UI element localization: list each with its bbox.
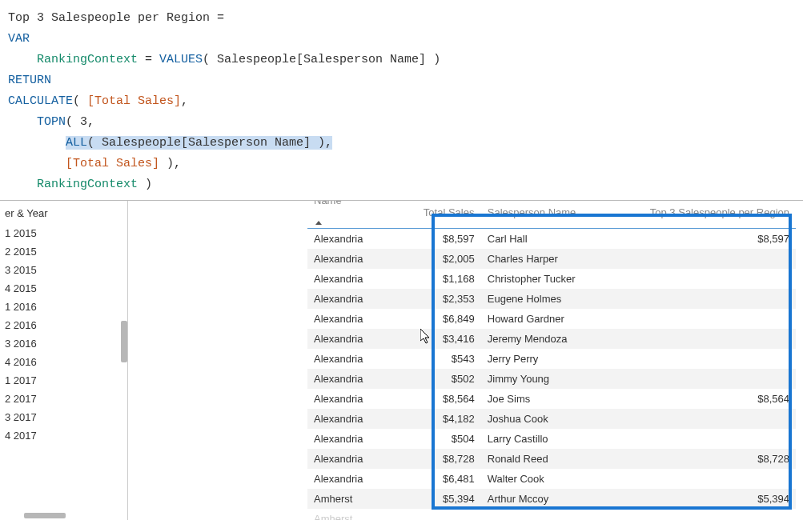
cell-top3	[644, 329, 796, 349]
paren-close: )	[138, 178, 152, 191]
cell-city: Alexandria	[307, 289, 417, 309]
header-total-sales-label: Total Sales	[424, 206, 475, 218]
table-row[interactable]: Alexandria$543Jerry Perry	[307, 349, 796, 369]
table-visual[interactable]: Name Total Sales Salesperson Name Top 3 …	[128, 201, 803, 520]
table-row[interactable]: Amherst$5,394Arthur Mccoy$5,394	[307, 489, 796, 509]
formula-line-4: RETURN	[8, 70, 795, 91]
table-row[interactable]: Alexandria$4,182Joshua Cook	[307, 409, 796, 429]
cell-top3	[644, 289, 796, 309]
cell-sales: $3,416	[417, 329, 481, 349]
formula-line-9: RankingContext )	[8, 174, 795, 195]
cell-top3	[644, 509, 796, 520]
table-row[interactable]: Alexandria$6,849Howard Gardner	[307, 309, 796, 329]
column-header-salesperson[interactable]: Salesperson Name	[481, 201, 644, 229]
cell-top3: $8,597	[644, 229, 796, 250]
cell-city: Alexandria	[307, 269, 417, 289]
table-row[interactable]: Alexandria$8,597Carl Hall$8,597	[307, 229, 796, 250]
slicer-item[interactable]: 3 2017	[5, 408, 122, 426]
cell-name: Carl Hall	[481, 229, 644, 250]
sort-ascending-icon	[315, 221, 322, 225]
header-name-label: Name	[314, 201, 342, 206]
function-all: ALL	[66, 136, 87, 150]
slicer-item[interactable]: 4 2016	[5, 353, 122, 371]
table-row[interactable]: Alexandria$2,353Eugene Holmes	[307, 289, 796, 309]
indent	[8, 115, 37, 129]
cell-sales: $5,394	[417, 489, 481, 509]
slicer-item[interactable]: 1 2017	[5, 371, 122, 390]
scrollbar-vertical-thumb[interactable]	[121, 321, 127, 362]
cell-top3	[644, 269, 796, 289]
cell-sales	[417, 509, 481, 520]
cell-top3	[644, 309, 796, 329]
slicer-item[interactable]: 4 2017	[5, 426, 122, 445]
keyword-var: VAR	[8, 32, 30, 46]
formula-area[interactable]: Top 3 Salespeople per Region = VAR Ranki…	[0, 0, 803, 200]
cell-sales: $4,182	[417, 409, 481, 429]
cell-name: Howard Gardner	[481, 309, 644, 329]
table-row[interactable]: Alexandria$2,005Charles Harper	[307, 249, 796, 269]
slicer-item[interactable]: 4 2015	[5, 279, 122, 298]
cell-top3	[644, 469, 796, 489]
cell-name: Arthur Mccoy	[481, 489, 644, 509]
cell-name: Jimmy Young	[481, 369, 644, 389]
slicer-item[interactable]: 3 2016	[5, 334, 122, 353]
table-row[interactable]: Alexandria$504Larry Castillo	[307, 429, 796, 449]
table-row[interactable]: Alexandria$3,416Jeremy Mendoza	[307, 329, 796, 349]
table-row[interactable]: Alexandria$502Jimmy Young	[307, 369, 796, 389]
slicer-pane[interactable]: er & Year 1 2015 2 2015 3 2015 4 2015 1 …	[0, 201, 128, 520]
formula-line-8: [Total Sales] ),	[8, 154, 795, 174]
slicer-item[interactable]: 3 2015	[5, 261, 122, 279]
cell-sales: $2,005	[417, 249, 481, 269]
header-salesperson-label: Salesperson Name	[488, 206, 637, 218]
cell-name: Joshua Cook	[481, 409, 644, 429]
equals-sign: =	[210, 11, 224, 25]
cell-top3	[644, 249, 796, 269]
slicer-item[interactable]: 1 2016	[5, 298, 122, 316]
cell-name: Joe Sims	[481, 389, 644, 409]
table-row[interactable]: Alexandria$6,481Walter Cook	[307, 469, 796, 489]
paren-close: ),	[159, 157, 181, 170]
formula-line-1: Top 3 Salespeople per Region =	[8, 8, 795, 29]
paren-open: (	[66, 115, 80, 129]
cell-top3	[644, 429, 796, 449]
cell-sales: $6,481	[417, 469, 481, 489]
table-body: Alexandria$8,597Carl Hall$8,597 Alexandr…	[307, 229, 796, 521]
table-header-row: Name Total Sales Salesperson Name Top 3 …	[307, 201, 796, 229]
cell-city: Alexandria	[307, 249, 417, 269]
cell-sales: $8,728	[417, 449, 481, 469]
all-args: ( Salespeople[Salesperson Name] ),	[87, 136, 332, 150]
cell-name: Jerry Perry	[481, 349, 644, 369]
slicer-item[interactable]: 2 2017	[5, 390, 122, 408]
table-row[interactable]: Alexandria$1,168Christopher Tucker	[307, 269, 796, 289]
cell-city: Amherst	[307, 489, 417, 509]
column-header-top3[interactable]: Top 3 Salespeople per Region	[644, 201, 796, 229]
cell-city: Alexandria	[307, 389, 417, 409]
scrollbar-horizontal-thumb[interactable]	[24, 513, 66, 518]
table-row[interactable]: Alexandria$8,728Ronald Reed$8,728	[307, 449, 796, 469]
slicer-item[interactable]: 1 2015	[5, 224, 122, 242]
formula-line-5: CALCULATE( [Total Sales],	[8, 91, 795, 112]
cell-city: Alexandria	[307, 449, 417, 469]
indent	[8, 53, 37, 66]
column-header-total-sales[interactable]: Total Sales	[417, 201, 481, 229]
slicer-item[interactable]: 2 2015	[5, 242, 122, 261]
cell-top3	[644, 409, 796, 429]
slicer-item[interactable]: 2 2016	[5, 316, 122, 334]
cell-sales: $8,597	[417, 229, 481, 250]
cell-sales: $504	[417, 429, 481, 449]
cell-sales: $2,353	[417, 289, 481, 309]
cell-top3: $5,394	[644, 489, 796, 509]
header-top3-label: Top 3 Salespeople per Region	[650, 206, 789, 218]
function-calculate: CALCULATE	[8, 94, 73, 108]
table-row[interactable]: Alexandria$8,564Joe Sims$8,564	[307, 389, 796, 409]
column-header-name[interactable]: Name	[307, 201, 417, 229]
cell-city: Alexandria	[307, 429, 417, 449]
selected-token[interactable]: ALL( Salespeople[Salesperson Name] ),	[66, 136, 332, 150]
cell-name: Walter Cook	[481, 469, 644, 489]
table-row[interactable]: Amherst	[307, 509, 796, 520]
cell-city: Alexandria	[307, 349, 417, 369]
cell-name: Larry Castillo	[481, 429, 644, 449]
column-ref: ( Salespeople[Salesperson Name] )	[203, 53, 440, 66]
cell-top3: $8,564	[644, 389, 796, 409]
comma: ,	[181, 94, 188, 108]
